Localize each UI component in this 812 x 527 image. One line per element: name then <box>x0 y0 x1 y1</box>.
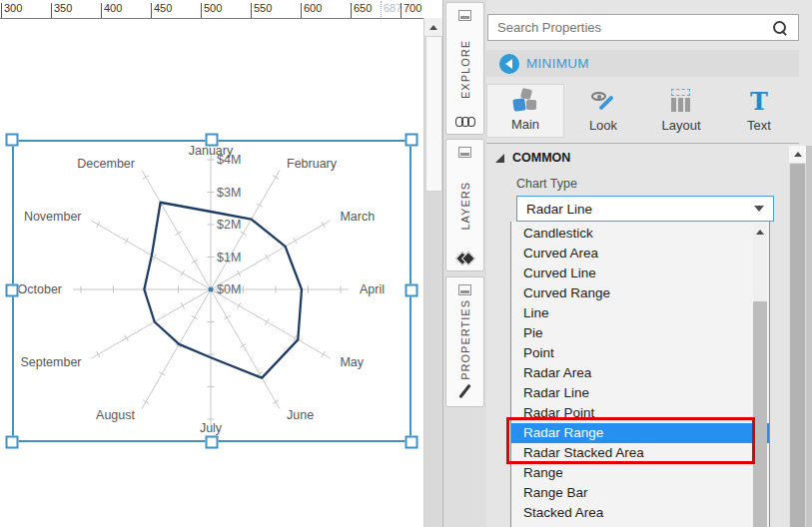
dock-tab-strip: EXPLORE LAYERS PROPERTIES <box>442 0 486 527</box>
ruler-tick-label: 550 <box>254 2 272 14</box>
search-icon[interactable] <box>773 21 786 34</box>
ruler-tick-label: 300 <box>4 2 22 14</box>
columns-icon <box>668 89 694 115</box>
ruler-tick <box>351 3 352 18</box>
dropdown-option[interactable]: Stacked Area <box>511 503 769 523</box>
dock-window-icon <box>458 284 471 295</box>
sidebar-tab-layers[interactable]: LAYERS <box>445 139 484 271</box>
dropdown-option[interactable]: Radar Line <box>511 383 769 403</box>
dropdown-option[interactable]: Curved Range <box>511 283 769 303</box>
pencil-icon <box>458 384 470 398</box>
chart-type-combobox[interactable]: Radar Line <box>516 196 774 222</box>
scrollbar-thumb[interactable] <box>425 36 442 192</box>
dropdown-option[interactable]: Point <box>511 343 769 363</box>
puzzle-icon <box>512 88 538 114</box>
design-canvas[interactable]: $0M$1M$2M$3M$4MJanuaryFebruaryMarchApril… <box>0 0 442 527</box>
dropdown-options: CandlestickCurved AreaCurved LineCurved … <box>511 224 769 523</box>
scroll-up-button[interactable] <box>424 18 442 36</box>
ruler-tick <box>101 3 102 18</box>
resize-handle-bottom-middle[interactable] <box>206 436 219 449</box>
resize-handle-bottom-left[interactable] <box>6 436 19 449</box>
scrollbar-thumb[interactable] <box>790 164 805 527</box>
property-tab-bar: Main Look Layout T Text <box>486 84 799 138</box>
scrollbar-thumb[interactable] <box>753 301 767 527</box>
dropdown-option[interactable]: Radar Area <box>511 363 769 383</box>
panel-scrollbar[interactable] <box>789 146 806 527</box>
window-edge-strip <box>806 146 812 527</box>
tab-label: Layout <box>661 118 700 133</box>
tab-label: Text <box>747 118 771 133</box>
dropdown-option[interactable]: Range Bar <box>511 483 769 503</box>
arrow-up-icon <box>794 152 802 157</box>
explore-reel-icon <box>456 117 474 127</box>
dropdown-option[interactable]: Line <box>511 303 769 323</box>
layers-icon <box>459 254 471 264</box>
section-title: COMMON <box>512 151 570 165</box>
dropdown-option[interactable]: Radar Point <box>511 403 769 423</box>
ruler-tick-label: 350 <box>54 2 72 14</box>
dropdown-option[interactable]: Curved Area <box>511 244 769 264</box>
scroll-up-button[interactable] <box>753 224 767 240</box>
sidebar-tab-explore[interactable]: EXPLORE <box>445 2 484 135</box>
tab-label: Look <box>589 118 617 133</box>
horizontal-ruler: 687 300350400450500550600650700 <box>0 0 423 19</box>
resize-handle-top-left[interactable] <box>6 134 19 147</box>
ruler-tick <box>51 3 52 18</box>
ruler-cursor-line: 687 <box>381 1 382 17</box>
ruler-tick <box>401 3 402 18</box>
arrow-up-icon <box>429 25 437 30</box>
dock-window-icon <box>458 147 471 158</box>
ruler-tick <box>201 3 202 18</box>
sidebar-tab-label: EXPLORE <box>459 40 471 99</box>
arrow-up-icon <box>756 230 764 235</box>
ruler-tick-label: 650 <box>354 2 372 14</box>
dropdown-option[interactable]: Curved Line <box>511 264 769 283</box>
tab-layout[interactable]: Layout <box>642 84 720 138</box>
resize-handle-top-middle[interactable] <box>206 134 219 147</box>
scroll-up-button[interactable] <box>789 146 806 163</box>
chart-type-dropdown-list: CandlestickCurved AreaCurved LineCurved … <box>510 222 770 527</box>
tab-main[interactable]: Main <box>486 84 564 138</box>
text-icon: T <box>746 89 772 115</box>
resize-handle-middle-left[interactable] <box>6 284 19 297</box>
tab-text[interactable]: T Text <box>720 84 798 138</box>
search-input[interactable] <box>488 20 773 35</box>
eye-brush-icon <box>590 89 616 115</box>
ruler-cursor-value: 687 <box>384 2 402 14</box>
ruler-tick-label: 600 <box>304 2 322 14</box>
properties-panel: MINIMUM Main Look Layout T Text CO <box>486 0 812 527</box>
ruler-tick-label: 450 <box>154 2 172 14</box>
dropdown-option[interactable]: Pie <box>511 323 769 343</box>
back-button[interactable] <box>499 54 519 74</box>
search-box[interactable] <box>487 14 799 41</box>
tab-look[interactable]: Look <box>564 84 642 138</box>
dropdown-scrollbar[interactable] <box>753 224 767 527</box>
ruler-tick <box>251 3 252 18</box>
ruler-tick-label: 500 <box>204 2 222 14</box>
dropdown-option[interactable]: Candlestick <box>511 224 769 244</box>
collapse-triangle-icon[interactable] <box>495 154 504 163</box>
ruler-tick <box>301 3 302 18</box>
resize-handle-top-right[interactable] <box>406 134 418 147</box>
resize-handle-middle-right[interactable] <box>406 284 418 297</box>
sidebar-tab-label: PROPERTIES <box>459 299 471 380</box>
tab-label: Main <box>511 117 539 132</box>
combobox-value: Radar Line <box>517 202 754 217</box>
ruler-tick-label: 700 <box>404 2 421 14</box>
dropdown-option[interactable]: Radar Stacked Area <box>511 443 769 463</box>
ruler-tick <box>1 3 2 18</box>
arrow-left-icon <box>505 59 512 69</box>
dropdown-option[interactable]: Range <box>511 463 769 483</box>
breadcrumb: MINIMUM <box>486 50 799 77</box>
sidebar-tab-properties[interactable]: PROPERTIES <box>445 276 484 407</box>
sidebar-tab-label: LAYERS <box>459 182 471 231</box>
resize-handle-bottom-right[interactable] <box>406 436 418 449</box>
breadcrumb-label: MINIMUM <box>526 56 589 71</box>
ruler-tick <box>151 3 152 18</box>
chart-item-selection-border[interactable] <box>12 140 411 442</box>
canvas-vertical-scrollbar[interactable] <box>423 18 442 527</box>
dropdown-option[interactable]: Radar Range <box>511 423 769 443</box>
section-common-header[interactable]: COMMON <box>495 151 570 165</box>
chevron-down-icon <box>754 206 764 212</box>
dock-window-icon <box>458 10 471 21</box>
